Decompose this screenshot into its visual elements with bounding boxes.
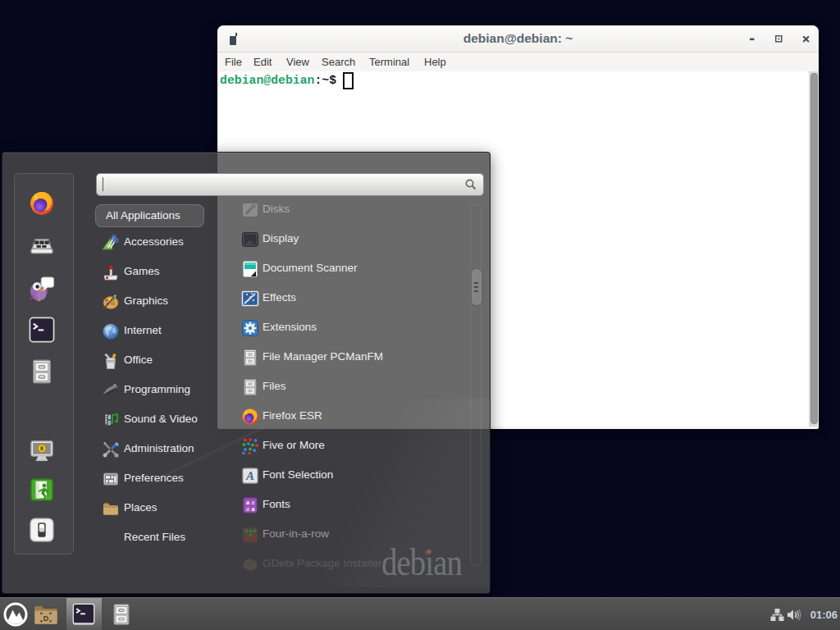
- svg-text:D: D: [43, 614, 49, 623]
- svg-text:a: a: [246, 505, 249, 513]
- svg-text:a: a: [252, 505, 255, 513]
- svg-text:A: A: [245, 469, 254, 482]
